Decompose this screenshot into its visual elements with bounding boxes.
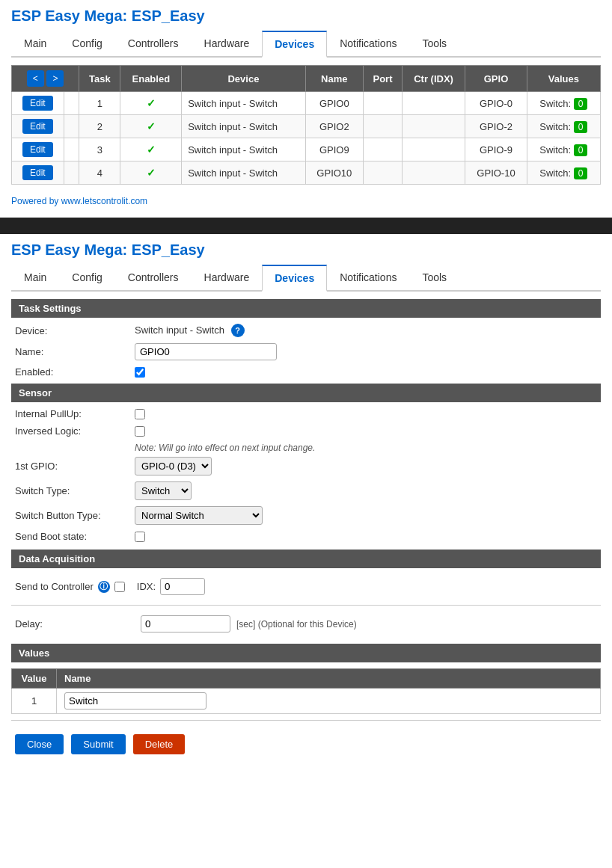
col-values: Values (527, 66, 600, 92)
edit-button[interactable]: Edit (22, 119, 53, 134)
switch-type-label: Switch Type: (15, 485, 135, 496)
edit-button[interactable]: Edit (22, 165, 53, 180)
spacer-cell (64, 161, 79, 185)
top-app-title: ESP Easy Mega: ESP_Easy (11, 7, 601, 25)
submit-button[interactable]: Submit (71, 734, 125, 754)
edit-cell: Edit (12, 115, 64, 138)
top-tab-notifications[interactable]: Notifications (327, 31, 409, 58)
edit-button[interactable]: Edit (22, 96, 53, 111)
task-cell: 3 (79, 138, 120, 161)
col-task: Task (79, 66, 120, 92)
top-tab-config[interactable]: Config (59, 31, 114, 58)
device-label: Device: (15, 325, 135, 336)
col-port: Port (363, 66, 402, 92)
gpio-row: 1st GPIO: GPIO-0 (D3) GPIO-1 GPIO-2 GPIO… (11, 457, 601, 475)
name-input[interactable] (135, 343, 277, 360)
bottom-tab-main[interactable]: Main (11, 265, 59, 292)
top-tab-main[interactable]: Main (11, 31, 59, 58)
device-cell: Switch input - Switch (182, 92, 306, 115)
powered-by-link[interactable]: Powered by www.letscontrolit.com (11, 196, 147, 206)
table-nav-col: < > (12, 66, 79, 92)
values-col-name: Name (57, 669, 601, 689)
bottom-tab-devices[interactable]: Devices (262, 265, 327, 292)
bottom-buttons: Close Submit Delete (11, 727, 601, 762)
enabled-cell: ✓ (120, 115, 182, 138)
sensor-header: Sensor (11, 384, 601, 402)
col-name: Name (305, 66, 363, 92)
gpio-cell: GPIO-9 (465, 138, 527, 161)
delete-button[interactable]: Delete (133, 734, 186, 754)
port-cell (363, 92, 402, 115)
device-cell: Switch input - Switch (182, 138, 306, 161)
pullup-checkbox[interactable] (135, 409, 145, 419)
send-controller-label: Send to Controller (15, 581, 94, 592)
gpio-select[interactable]: GPIO-0 (D3) GPIO-1 GPIO-2 GPIO-4 GPIO-5 (135, 457, 212, 475)
switch-button-select[interactable]: Normal Switch Push Button Active Low Pus… (135, 506, 263, 525)
bottom-tab-config[interactable]: Config (59, 265, 114, 292)
switch-type-row: Switch Type: Switch Dimmer (11, 481, 601, 500)
close-button[interactable]: Close (15, 734, 64, 754)
switch-type-select[interactable]: Switch Dimmer (135, 481, 192, 500)
next-button[interactable]: > (46, 70, 64, 87)
top-tab-tools[interactable]: Tools (409, 31, 459, 58)
name-row: Name: (11, 343, 601, 360)
edit-cell: Edit (12, 92, 64, 115)
port-cell (363, 138, 402, 161)
send-boot-checkbox[interactable] (135, 532, 145, 542)
inversed-note: Note: Will go into effect on next input … (11, 443, 601, 457)
switch-button-row: Switch Button Type: Normal Switch Push B… (11, 506, 601, 525)
delay-label: Delay: (15, 618, 135, 630)
data-acq-divider (11, 605, 601, 606)
send-boot-label: Send Boot state: (15, 531, 135, 542)
table-row: Edit 3 ✓ Switch input - Switch GPIO9 GPI… (12, 138, 601, 161)
top-tab-devices[interactable]: Devices (262, 31, 327, 58)
device-value: Switch input - Switch ? (135, 324, 597, 337)
prev-button[interactable]: < (27, 70, 44, 87)
ctr-idx-cell (402, 92, 465, 115)
bottom-tab-controllers[interactable]: Controllers (115, 265, 192, 292)
bottom-tab-notifications[interactable]: Notifications (327, 265, 409, 292)
values-name-input[interactable] (64, 692, 206, 710)
values-row: 1 (12, 689, 601, 714)
bottom-tab-hardware[interactable]: Hardware (192, 265, 263, 292)
enabled-row: Enabled: (11, 366, 601, 378)
idx-input[interactable] (160, 578, 205, 595)
enabled-check: ✓ (147, 167, 156, 179)
send-boot-row: Send Boot state: (11, 531, 601, 542)
table-row: Edit 2 ✓ Switch input - Switch GPIO2 GPI… (12, 115, 601, 138)
value-badge: 0 (574, 121, 588, 133)
enabled-cell: ✓ (120, 92, 182, 115)
enabled-checkbox[interactable] (135, 367, 145, 378)
table-row: Edit 4 ✓ Switch input - Switch GPIO10 GP… (12, 161, 601, 185)
col-ctr-idx: Ctr (IDX) (402, 66, 465, 92)
delay-row: Delay: [sec] (Optional for this Device) (11, 612, 601, 636)
device-help-icon[interactable]: ? (231, 324, 245, 337)
top-tab-controllers[interactable]: Controllers (115, 31, 192, 58)
inversed-label: Inversed Logic: (15, 425, 135, 437)
ctr-idx-cell (402, 138, 465, 161)
device-text: Switch input - Switch (135, 324, 224, 336)
send-controller-info-icon[interactable]: ⓘ (98, 581, 110, 593)
pullup-row: Internal PullUp: (11, 408, 601, 419)
enabled-label: Enabled: (15, 366, 135, 378)
task-cell: 1 (79, 92, 120, 115)
device-row: Device: Switch input - Switch ? (11, 324, 601, 337)
edit-cell: Edit (12, 161, 64, 185)
task-cell: 4 (79, 161, 120, 185)
values-cell: Switch: 0 (527, 92, 600, 115)
enabled-check: ✓ (147, 97, 156, 109)
delay-input[interactable] (141, 615, 230, 632)
edit-button[interactable]: Edit (22, 142, 53, 157)
inversed-checkbox[interactable] (135, 426, 145, 437)
bottom-section: ESP Easy Mega: ESP_Easy Main Config Cont… (0, 234, 612, 769)
gpio-label: 1st GPIO: (15, 461, 135, 472)
task-cell: 2 (79, 115, 120, 138)
device-cell: Switch input - Switch (182, 115, 306, 138)
bottom-tab-tools[interactable]: Tools (409, 265, 459, 292)
name-cell: GPIO9 (305, 138, 363, 161)
enabled-check: ✓ (147, 144, 156, 156)
data-acq-header: Data Acquisition (11, 550, 601, 568)
send-controller-checkbox[interactable] (114, 582, 125, 592)
top-tab-hardware[interactable]: Hardware (192, 31, 263, 58)
name-cell: GPIO0 (305, 92, 363, 115)
